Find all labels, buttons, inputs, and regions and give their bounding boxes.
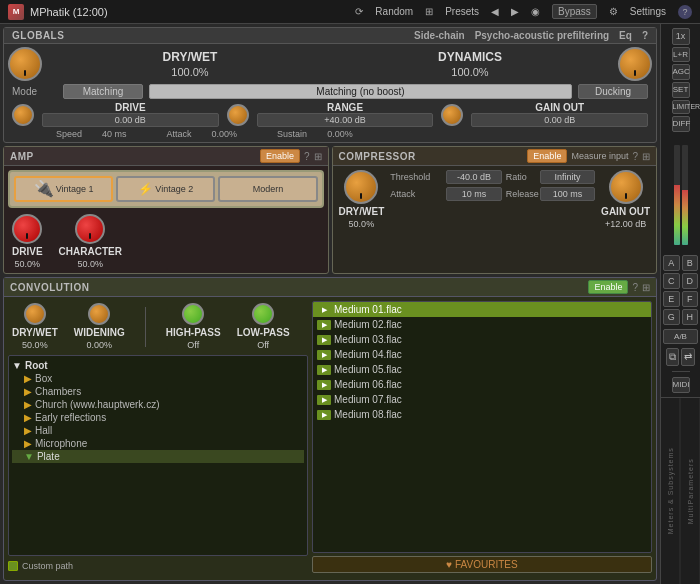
right-panel-top: 1x L+R AGC SET LIMITER DIFF A B C D: [661, 24, 700, 397]
drive-value[interactable]: 0.00 dB: [42, 113, 219, 127]
middle-row: AMP Enable ? ⊞ 🔌 Vintage 1 ⚡: [3, 146, 657, 274]
tree-item-church[interactable]: ▶ Church (www.hauptwerk.cz): [12, 398, 304, 411]
amp-character-label: CHARACTER: [59, 246, 122, 257]
btn-midi[interactable]: MIDI: [672, 377, 690, 393]
presets-btn[interactable]: Presets: [445, 6, 479, 17]
random-btn[interactable]: Random: [375, 6, 413, 17]
btn-f[interactable]: F: [682, 291, 699, 307]
tree-item-hall[interactable]: ▶ Hall: [12, 424, 304, 437]
conv-widening-knob[interactable]: [88, 303, 110, 325]
conv-drywet-label: DRY/WET: [12, 327, 58, 338]
conv-lowpass-knob[interactable]: [252, 303, 274, 325]
amp-title: AMP: [10, 151, 34, 162]
conv-info-icon[interactable]: ⊞: [642, 282, 650, 293]
ducking-display[interactable]: Ducking: [578, 84, 648, 99]
file-item-7[interactable]: ▶ Medium 08.flac: [313, 407, 651, 422]
matching-display[interactable]: Matching (no boost): [149, 84, 572, 99]
custom-path-checkbox[interactable]: [8, 561, 18, 571]
custom-path-row: Custom path: [8, 559, 308, 573]
help-icon[interactable]: ?: [678, 5, 692, 19]
amp-character-knob[interactable]: [75, 214, 105, 244]
comp-measure-btn[interactable]: Measure input: [571, 151, 628, 161]
conv-tree: ▼ Root ▶ Box ▶ Chambers ▶: [8, 355, 308, 556]
amp-info-icon[interactable]: ⊞: [314, 151, 322, 162]
conv-left: DRY/WET 50.0% WIDENING 0.00% HIGH-PASS: [8, 301, 308, 573]
nav-next-icon[interactable]: ▶: [511, 6, 519, 17]
btn-a[interactable]: A: [663, 255, 680, 271]
file-item-5[interactable]: ▶ Medium 06.flac: [313, 377, 651, 392]
file-item-1[interactable]: ▶ Medium 02.flac: [313, 317, 651, 332]
amp-preset-vintage1[interactable]: 🔌 Vintage 1: [14, 176, 113, 202]
favourites-btn[interactable]: ♥ FAVOURITES: [312, 556, 652, 573]
amp-preset-modern[interactable]: Modern: [218, 176, 317, 202]
btn-h[interactable]: H: [682, 309, 699, 325]
tree-item-plate[interactable]: ▼ Plate: [12, 450, 304, 463]
tree-item-box[interactable]: ▶ Box: [12, 372, 304, 385]
conv-highpass-knob[interactable]: [182, 303, 204, 325]
comp-help-icon[interactable]: ?: [632, 151, 638, 162]
sidechain-btn[interactable]: Side-chain: [414, 30, 465, 41]
comp-drywet-knob[interactable]: [344, 170, 378, 204]
nav-extra-icon[interactable]: ◉: [531, 6, 540, 17]
amp-params: DRIVE 50.0% CHARACTER 50.0%: [8, 214, 324, 269]
btn-swap[interactable]: ⇄: [681, 348, 695, 366]
comp-release-value[interactable]: 100 ms: [540, 187, 595, 201]
folder-icon-2: ▶: [24, 386, 32, 397]
btn-ab[interactable]: A/B: [663, 329, 698, 345]
conv-help-icon[interactable]: ?: [632, 282, 638, 293]
file-item-0[interactable]: ▶ Medium 01.flac: [313, 302, 651, 317]
psycho-btn[interactable]: Psycho-acoustic prefiltering: [475, 30, 609, 41]
comp-gainout-value: +12.00 dB: [605, 219, 646, 229]
globals-main-knob[interactable]: [8, 47, 42, 81]
btn-limiter[interactable]: LIMITER: [672, 100, 690, 114]
tree-root[interactable]: ▼ Root: [12, 359, 304, 372]
amp-help-icon[interactable]: ?: [304, 151, 310, 162]
speed-knob[interactable]: [12, 104, 34, 126]
amp-enable-btn[interactable]: Enable: [260, 149, 300, 163]
amp-preset-vintage2[interactable]: ⚡ Vintage 2: [116, 176, 215, 202]
gainout-knob[interactable]: [441, 104, 463, 126]
comp-attack-label: Attack: [390, 189, 442, 199]
tree-item-chambers[interactable]: ▶ Chambers: [12, 385, 304, 398]
comp-info-icon[interactable]: ⊞: [642, 151, 650, 162]
btn-g[interactable]: G: [663, 309, 680, 325]
btn-diff[interactable]: DIFF: [672, 116, 690, 132]
btn-copy[interactable]: ⧉: [666, 348, 679, 366]
tree-item-microphone[interactable]: ▶ Microphone: [12, 437, 304, 450]
help-globals-icon[interactable]: ?: [642, 30, 648, 41]
btn-1x[interactable]: 1x: [672, 28, 690, 45]
dynamics-knob[interactable]: [618, 47, 652, 81]
range-knob[interactable]: [227, 104, 249, 126]
btn-c[interactable]: C: [663, 273, 680, 289]
file-item-6[interactable]: ▶ Medium 07.flac: [313, 392, 651, 407]
comp-ratio-value[interactable]: Infinity: [540, 170, 595, 184]
amp-header: AMP Enable ? ⊞: [4, 147, 328, 166]
btn-b[interactable]: B: [682, 255, 699, 271]
range-value[interactable]: +40.00 dB: [257, 113, 434, 127]
conv-enable-btn[interactable]: Enable: [588, 280, 628, 294]
conv-file-list[interactable]: ▶ Medium 01.flac ▶ Medium 02.flac ▶ Medi…: [312, 301, 652, 553]
file-icon-6: ▶: [317, 395, 331, 405]
btn-d[interactable]: D: [682, 273, 699, 289]
btn-e[interactable]: E: [663, 291, 680, 307]
comp-threshold-value[interactable]: -40.0 dB: [446, 170, 501, 184]
mode-value[interactable]: Matching: [63, 84, 143, 99]
btn-agc[interactable]: AGC: [672, 64, 690, 80]
file-item-4[interactable]: ▶ Medium 05.flac: [313, 362, 651, 377]
btn-lr[interactable]: L+R: [672, 47, 690, 63]
comp-gainout-knob[interactable]: [609, 170, 643, 204]
bypass-btn[interactable]: Bypass: [552, 4, 597, 19]
gainout-value[interactable]: 0.00 dB: [471, 113, 648, 127]
comp-enable-btn[interactable]: Enable: [527, 149, 567, 163]
amp-drive-knob[interactable]: [12, 214, 42, 244]
eq-btn[interactable]: Eq: [619, 30, 632, 41]
file-icon-4: ▶: [317, 365, 331, 375]
file-item-2[interactable]: ▶ Medium 03.flac: [313, 332, 651, 347]
settings-btn[interactable]: Settings: [630, 6, 666, 17]
tree-item-early[interactable]: ▶ Early reflections: [12, 411, 304, 424]
comp-attack-value[interactable]: 10 ms: [446, 187, 501, 201]
conv-drywet-knob[interactable]: [24, 303, 46, 325]
btn-set[interactable]: SET: [672, 82, 690, 98]
nav-prev-icon[interactable]: ◀: [491, 6, 499, 17]
file-item-3[interactable]: ▶ Medium 04.flac: [313, 347, 651, 362]
